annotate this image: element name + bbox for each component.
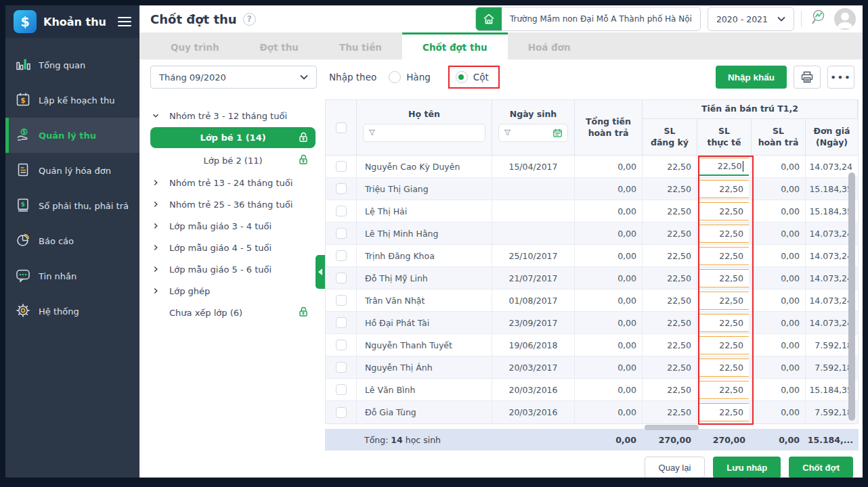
tree-group-expanded[interactable]: Nhóm trẻ 3 - 12 tháng tuổi <box>150 105 316 126</box>
sidebar-item-invoice-management[interactable]: Quản lý hóa đơn <box>5 153 139 188</box>
school-year-value: 2020 - 2021 <box>716 14 768 24</box>
row-checkbox[interactable] <box>336 362 347 373</box>
back-button[interactable]: Quay lại <box>645 457 706 478</box>
tab-hoa-don[interactable]: Hoá đơn <box>508 32 591 60</box>
select-all-checkbox[interactable] <box>336 122 347 133</box>
cell-dob: 15/04/2017 <box>492 156 575 177</box>
cell-dob: 20/03/2016 <box>492 401 575 423</box>
calendar-icon[interactable] <box>552 128 563 138</box>
horizontal-scrollbar-thumb[interactable] <box>645 425 699 430</box>
sidebar-item-receivables-ledger[interactable]: $ Sổ phải thu, phải trả <box>5 188 139 223</box>
school-year-select[interactable]: 2020 - 2021 <box>708 7 794 31</box>
unlock-icon <box>298 132 309 145</box>
qty-actual-input[interactable]: 22,50 <box>699 381 749 399</box>
qty-actual-input[interactable]: 22,50 <box>699 180 749 198</box>
user-avatar[interactable] <box>834 8 856 30</box>
tab-dot-thu[interactable]: Đợt thu <box>240 32 319 60</box>
qty-actual-input[interactable]: 22,50 <box>699 358 749 377</box>
table-summary-row: Tổng: 14 học sinh 0,00 270,00 270,00 0,0… <box>325 429 859 450</box>
print-button[interactable] <box>794 66 821 89</box>
summary-total-students: Tổng: 14 học sinh <box>356 435 492 445</box>
row-checkbox[interactable] <box>336 295 347 306</box>
row-checkbox[interactable] <box>336 317 347 328</box>
row-checkbox[interactable] <box>336 161 347 172</box>
qty-actual-input[interactable]: 22,50 <box>699 292 749 310</box>
finalize-button[interactable]: Chốt đợt <box>789 457 853 478</box>
cell-qty-actual: 22,50 <box>697 289 752 311</box>
tab-quy-trinh[interactable]: Quy trình <box>150 32 240 60</box>
cell-qty-returned: 0,00 <box>752 356 806 378</box>
import-button[interactable]: Nhập khẩu <box>716 66 787 89</box>
row-checkbox[interactable] <box>336 273 347 283</box>
sidebar-item-label: Báo cáo <box>39 236 74 246</box>
cell-qty-returned: 0,00 <box>752 289 806 311</box>
cell-refund-total: 0,00 <box>575 334 643 356</box>
save-draft-button[interactable]: Lưu nháp <box>713 457 781 478</box>
radio-column-label: Cột <box>473 72 489 83</box>
school-selector[interactable]: Trường Mầm non Đại Mỗ A Thành phố Hà Nội <box>475 7 701 31</box>
chevron-right-icon[interactable] <box>150 286 161 296</box>
cell-refund-total: 0,00 <box>575 312 643 333</box>
class-tree-panel: Nhóm trẻ 3 - 12 tháng tuổi Lớp bé 1 (14)… <box>139 99 325 478</box>
sidebar-item-planning[interactable]: $ Lập kế hoạch thu <box>5 83 139 118</box>
cell-name: Trân Văn Nhật <box>357 289 492 311</box>
tree-collapse-handle[interactable] <box>316 255 325 289</box>
qty-actual-input[interactable]: 22,50 <box>699 269 749 287</box>
filter-funnel-icon <box>368 129 376 137</box>
sidebar-item-system[interactable]: Hệ thống <box>5 294 139 329</box>
chevron-right-icon[interactable] <box>150 200 161 209</box>
tab-chot-dot-thu[interactable]: Chốt đợt thu <box>402 32 508 60</box>
svg-text:$: $ <box>21 97 26 104</box>
radio-column-mode[interactable]: Cột <box>456 71 489 83</box>
row-checkbox[interactable] <box>336 340 347 350</box>
row-checkbox[interactable] <box>336 407 347 418</box>
chevron-right-icon[interactable] <box>150 243 161 252</box>
tree-group-collapsed[interactable]: Lớp mẫu giáo 5 - 6 tuổi <box>150 258 316 280</box>
qty-actual-input[interactable]: 22,50 <box>699 247 749 265</box>
sidebar-item-overview[interactable]: Tổng quan <box>5 47 139 83</box>
tree-unassigned-item[interactable]: Chưa xếp lớp (6) <box>150 302 316 323</box>
chevron-down-icon[interactable] <box>150 111 161 120</box>
name-filter-input[interactable] <box>363 124 485 142</box>
help-icon[interactable]: ? <box>243 13 256 26</box>
chevron-right-icon[interactable] <box>150 178 161 187</box>
tree-group-collapsed[interactable]: Lớp ghép <box>150 280 316 302</box>
sidebar-item-messages[interactable]: Tin nhắn <box>5 258 139 294</box>
cell-qty-actual: 22,50 <box>697 156 752 177</box>
row-checkbox[interactable] <box>336 228 347 239</box>
toolbar: Tháng 09/2020 Nhập theo Hàng Cột Nhập kh… <box>139 60 863 95</box>
sidebar-item-reports[interactable]: Báo cáo <box>5 223 139 258</box>
tree-group-collapsed[interactable]: Lớp mẫu giáo 4 - 5 tuổi <box>150 237 316 258</box>
radio-row-mode[interactable]: Hàng <box>389 71 431 83</box>
more-options-button[interactable]: ••• <box>827 66 854 89</box>
tree-class-item[interactable]: Lớp bé 2 (11) <box>150 149 316 172</box>
row-checkbox[interactable] <box>336 384 347 395</box>
tree-group-label: Nhóm trẻ 3 - 12 tháng tuổi <box>169 111 287 121</box>
sidebar-item-revenue-management[interactable]: $ Quản lý thu <box>5 118 139 153</box>
qty-actual-input[interactable]: 22,50 <box>699 314 749 332</box>
tree-group-collapsed[interactable]: Nhóm trẻ 13 - 24 tháng tuổi <box>150 172 316 193</box>
radio-circle[interactable] <box>389 71 401 83</box>
chevron-right-icon[interactable] <box>150 221 161 231</box>
qty-actual-input[interactable]: 22,50 <box>699 158 749 176</box>
tab-thu-tien[interactable]: Thu tiền <box>319 32 402 60</box>
month-select-value: Tháng 09/2020 <box>159 72 226 83</box>
row-checkbox[interactable] <box>336 206 347 216</box>
month-select[interactable]: Tháng 09/2020 <box>150 66 317 89</box>
row-checkbox[interactable] <box>336 183 347 194</box>
dob-filter-input[interactable] <box>498 124 568 142</box>
tree-group-collapsed[interactable]: Nhóm trẻ 25 - 36 tháng tuổi <box>150 193 316 215</box>
tree-group-collapsed[interactable]: Lớp mẫu giáo 3 - 4 tuổi <box>150 215 316 237</box>
qty-actual-input[interactable]: 22,50 <box>699 336 749 354</box>
qty-actual-input[interactable]: 22,50 <box>699 225 749 243</box>
row-checkbox[interactable] <box>336 250 347 261</box>
qty-actual-input[interactable]: 22,50 <box>699 202 749 221</box>
chevron-right-icon[interactable] <box>150 264 161 274</box>
radio-circle-checked[interactable] <box>456 71 468 83</box>
analytics-search-icon[interactable] <box>808 8 827 30</box>
tree-class-label: Lớp bé 1 (14) <box>200 133 265 143</box>
vertical-scrollbar-thumb[interactable] <box>848 172 855 421</box>
tree-class-selected[interactable]: Lớp bé 1 (14) <box>150 127 316 148</box>
qty-actual-input[interactable]: 22,50 <box>699 403 749 421</box>
hamburger-menu-icon[interactable] <box>118 17 131 27</box>
